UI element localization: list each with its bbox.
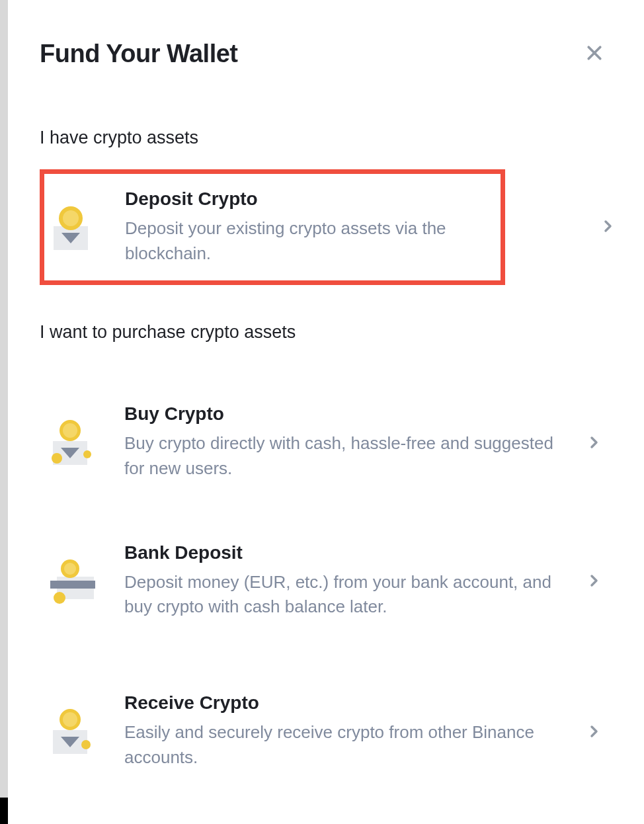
modal-header: Fund Your Wallet — [40, 40, 607, 68]
left-scrollbar-thumb[interactable] — [0, 798, 8, 824]
svg-point-21 — [81, 740, 91, 749]
buy-crypto-icon — [50, 419, 98, 466]
option-receive-crypto[interactable]: Receive Crypto Easily and securely recei… — [40, 679, 607, 783]
option-text: Bank Deposit Deposit money (EUR, etc.) f… — [124, 542, 586, 620]
option-text: Deposit Crypto Deposit your existing cry… — [125, 188, 499, 266]
chevron-container — [600, 218, 616, 237]
svg-point-5 — [63, 210, 79, 226]
svg-point-10 — [52, 453, 62, 464]
option-desc: Buy crypto directly with cash, hassle-fr… — [124, 431, 573, 481]
option-title: Deposit Crypto — [125, 188, 486, 210]
svg-point-11 — [83, 450, 91, 458]
deposit-crypto-icon — [51, 204, 99, 251]
bank-deposit-icon — [50, 557, 98, 604]
left-scrollbar-track — [0, 0, 8, 824]
option-desc: Deposit money (EUR, etc.) from your bank… — [124, 570, 573, 620]
option-deposit-crypto[interactable]: Deposit Crypto Deposit your existing cry… — [40, 169, 505, 285]
section-label-purchase: I want to purchase crypto assets — [40, 322, 607, 343]
svg-point-9 — [63, 423, 77, 438]
option-bank-deposit[interactable]: Bank Deposit Deposit money (EUR, etc.) f… — [40, 529, 607, 633]
option-title: Receive Crypto — [124, 692, 573, 714]
chevron-right-icon — [586, 573, 602, 589]
option-text: Receive Crypto Easily and securely recei… — [124, 692, 586, 770]
option-desc: Easily and securely receive crypto from … — [124, 720, 573, 770]
svg-point-16 — [54, 592, 65, 604]
option-text: Buy Crypto Buy crypto directly with cash… — [124, 403, 586, 481]
chevron-right-icon — [600, 218, 616, 234]
svg-point-20 — [63, 712, 77, 727]
option-title: Bank Deposit — [124, 542, 573, 563]
chevron-right-icon — [586, 434, 602, 450]
chevron-right-icon — [586, 723, 602, 739]
section-label-have-assets: I have crypto assets — [40, 128, 607, 148]
close-icon — [584, 43, 604, 63]
option-title: Buy Crypto — [124, 403, 573, 425]
option-desc: Deposit your existing crypto assets via … — [125, 216, 486, 266]
receive-crypto-icon — [50, 708, 98, 755]
page-title: Fund Your Wallet — [40, 40, 238, 68]
svg-rect-13 — [50, 581, 95, 589]
option-buy-crypto[interactable]: Buy Crypto Buy crypto directly with cash… — [40, 390, 607, 494]
modal-content: Fund Your Wallet I have crypto assets De… — [0, 0, 644, 815]
svg-point-15 — [64, 563, 76, 575]
close-button[interactable] — [582, 40, 607, 68]
